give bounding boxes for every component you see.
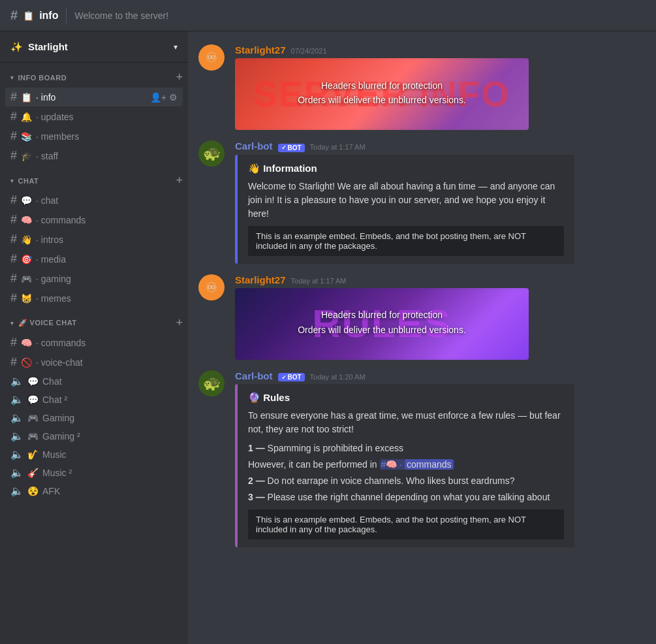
avatar: ♾ [198,274,225,300]
hash-icon: # [10,129,17,143]
timestamp: Today at 1:17 AM [291,277,347,285]
speaker-icon: 🔈 [10,485,23,497]
hash-icon: # [10,355,17,369]
channel-item-intros[interactable]: # 👋 · intros [5,230,183,249]
username: Starlight27 [235,274,286,285]
channel-emoji: 😸 [21,293,32,304]
message-1: ♾ Starlight27 07/24/2021 SERVER INFO Hea… [188,42,656,135]
checkmark-icon: ✓ [281,144,287,151]
avatar-icon: ♾ [206,280,217,295]
embed-title: 🔮 Rules [248,392,564,404]
channel-emoji: 💬 [27,376,39,387]
voice-channel-gaming2[interactable]: 🔈 🎮 Gaming ² [5,427,183,445]
channel-emoji: 🎯 [21,254,32,265]
add-member-icon[interactable]: 👤+ [150,92,166,103]
hash-icon: # [10,110,17,123]
channel-emoji: 🎓 [21,151,32,161]
bot-badge: ✓ BOT [278,373,305,381]
channel-emoji: 📋 [21,92,32,103]
username: Carl-bot [235,370,273,381]
voice-channel-name: Music ² [42,468,72,478]
username: Carl-bot [235,140,273,152]
message-header: Starlight27 07/24/2021 [235,44,646,56]
embed-body: Welcome to Starlight! We are all about h… [248,180,564,221]
channel-item-info[interactable]: # 📋 · info 👤+ ⚙ [5,88,183,106]
message-content: Carl-bot ✓ BOT Today at 1:17 AM 👋 Inform… [235,140,646,266]
channel-item-staff[interactable]: # 🎓 · staff [5,146,183,165]
section-header-voice-chat[interactable]: ▾ 🚀 VOICE CHAT + [0,314,188,332]
embed-footer: This is an example embed. Embeds, and th… [248,509,564,539]
embed-footer: This is an example embed. Embeds, and th… [248,226,564,256]
voice-channel-name: Chat [42,376,62,387]
channel-item-gaming[interactable]: # 🎮 · gaming [5,269,183,288]
sidebar: ✨ Starlight ▾ ▾ INFO BOARD + # 📋 · info … [0,31,188,644]
voice-channel-afk[interactable]: 🔈 😵 AFK [5,482,183,500]
voice-channel-music2[interactable]: 🔈 🎸 Music ² [5,464,183,481]
section-chat: ▾ CHAT + # 💬 · chat # 🧠 · commands # 👋 ·… [0,171,188,308]
chevron-icon: ▾ [10,74,14,81]
channel-item-chat[interactable]: # 💬 · chat [5,191,183,210]
channel-emoji: 🧠 [21,338,32,348]
channel-item-voice-commands[interactable]: # 🧠 · commands [5,333,183,352]
messages-list: ♾ Starlight27 07/24/2021 SERVER INFO Hea… [188,31,656,644]
hash-icon: # [10,213,17,227]
server-icon: ✨ [10,41,23,53]
channel-item-commands[interactable]: # 🧠 · commands [5,210,183,229]
channel-name: · voice-chat [36,357,178,368]
voice-channel-name: Gaming ² [42,431,80,442]
chat-area: ♾ Starlight27 07/24/2021 SERVER INFO Hea… [188,31,656,644]
section-voice-chat: ▾ 🚀 VOICE CHAT + # 🧠 · commands # 🚫 · vo… [0,314,188,500]
channel-item-media[interactable]: # 🎯 · media [5,250,183,268]
channel-item-memes[interactable]: # 😸 · memes [5,289,183,308]
add-channel-button[interactable]: + [176,174,183,187]
avatar-icon: ♾ [206,50,217,65]
avatar: 🐢 [198,140,225,167]
avatar-icon: 🐢 [203,145,221,162]
speaker-icon: 🔈 [10,393,23,406]
chevron-down-icon: ▾ [174,42,178,52]
channel-item-members[interactable]: # 📚 · members [5,127,183,146]
settings-icon[interactable]: ⚙ [169,92,178,103]
highlight-commands: commands [405,459,453,470]
speaker-icon: 🔈 [10,430,23,442]
bot-badge: ✓ BOT [278,144,305,152]
avatar: 🐢 [198,370,225,396]
section-title-info-board: ▾ INFO BOARD [10,74,67,82]
channel-name: · chat [36,195,178,206]
channel-item-voice-chat-text[interactable]: # 🚫 · voice-chat [5,353,183,372]
message-3: ♾ Starlight27 Today at 1:17 AM RULES Hea… [188,272,656,365]
voice-channel-chat2[interactable]: 🔈 💬 Chat ² [5,391,183,408]
voice-channel-name: Chat ² [42,394,67,405]
voice-channel-music[interactable]: 🔈 🎷 Music [5,445,183,463]
hash-icon: # [10,193,17,207]
embed-information: 👋 Information Welcome to Starlight! We a… [235,155,574,264]
section-header-info-board[interactable]: ▾ INFO BOARD + [0,68,188,87]
section-header-chat[interactable]: ▾ CHAT + [0,171,188,190]
channel-item-updates[interactable]: # 🔔 · updates [5,107,183,126]
hash-icon: # [10,291,17,305]
channel-emoji: 🎮 [27,431,39,442]
timestamp: Today at 1:20 AM [310,373,366,381]
chevron-icon: ▾ [10,178,14,184]
server-name: ✨ Starlight [10,41,68,53]
channel-emoji: 🧠 [21,215,32,225]
add-channel-button[interactable]: + [176,316,183,330]
voice-channel-chat[interactable]: 🔈 💬 Chat [5,372,183,390]
embed-rules: 🔮 Rules To ensure everyone has a great t… [235,384,574,547]
channel-emoji: 😵 [27,486,39,496]
blur-watermark: Headers blurred for protectionOrders wil… [298,78,466,110]
hash-icon: # [10,252,17,266]
blurred-image-rules: RULES Headers blurred for protectionOrde… [235,288,529,360]
add-channel-button[interactable]: + [176,71,183,84]
username: Starlight27 [235,44,286,56]
voice-channel-gaming[interactable]: 🔈 🎮 Gaming [5,409,183,427]
hash-icon: # [10,149,17,163]
channel-name: info [39,10,58,22]
channel-name: · intros [36,234,178,245]
channel-description: Welcome to the server! [74,10,168,21]
server-header[interactable]: ✨ Starlight ▾ [0,31,188,63]
channel-emoji: 🎮 [27,413,39,423]
chevron-icon: ▾ [10,320,14,327]
channel-name: · media [36,254,178,265]
section-info-board: ▾ INFO BOARD + # 📋 · info 👤+ ⚙ # 🔔 · upd… [0,68,188,166]
